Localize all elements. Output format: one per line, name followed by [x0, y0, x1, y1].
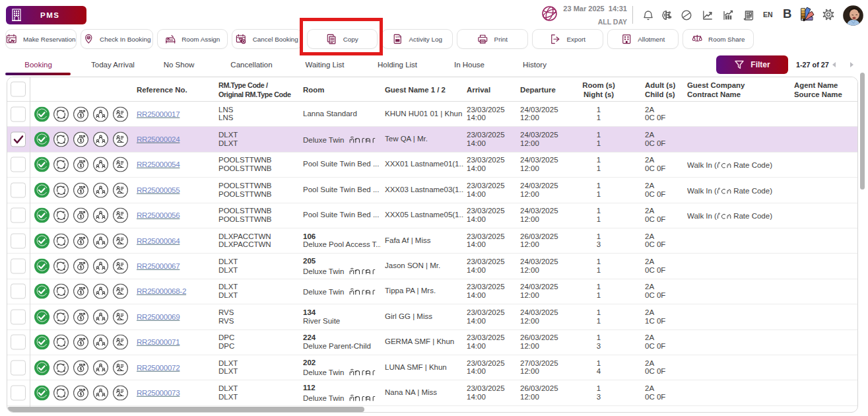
svg-text:LOG: LOG [396, 36, 401, 38]
